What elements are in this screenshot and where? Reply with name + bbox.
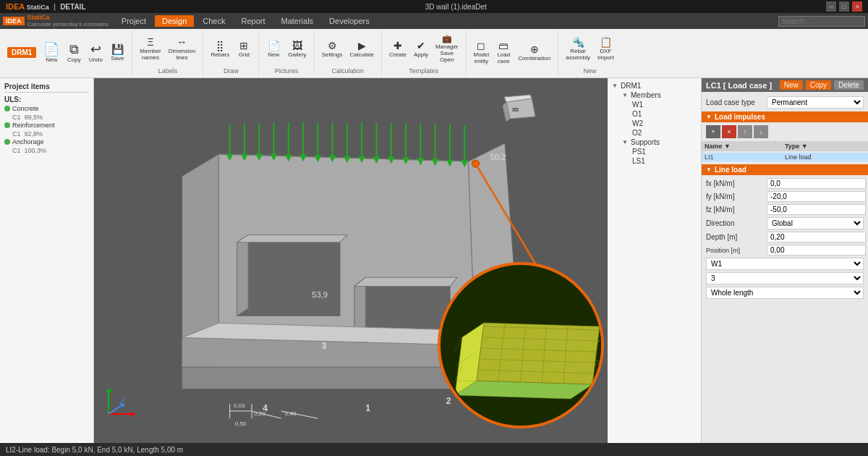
apply-icon: ✔ bbox=[417, 41, 425, 51]
dxf-import-icon: 📋 bbox=[600, 37, 612, 47]
reinforcement-label: Reinforcement bbox=[12, 122, 55, 129]
ribbon-btn-model-entity[interactable]: ◻ Modelentity bbox=[471, 39, 493, 66]
ribbon-btn-rebar-assembly[interactable]: 🔩 Rebarassembly bbox=[563, 35, 593, 62]
ribbon-btn-load-case[interactable]: 🗃 Loadcase bbox=[493, 39, 514, 66]
tree-drm1[interactable]: ▼ DRM1 bbox=[610, 81, 698, 90]
length-select[interactable]: Whole length bbox=[706, 287, 864, 299]
w1-select[interactable]: W1 bbox=[706, 258, 864, 270]
tree-o1-label: O1 bbox=[632, 110, 642, 118]
svg-marker-7 bbox=[237, 235, 347, 242]
impulse-btn-4[interactable]: ↓ bbox=[754, 125, 768, 138]
menu-tab-developers[interactable]: Developers bbox=[322, 15, 377, 27]
window-controls[interactable]: ─ □ ✕ bbox=[826, 1, 862, 12]
ribbon-btn-create[interactable]: ✚ Create bbox=[386, 39, 409, 59]
ribbon-buttons-pictures: 📄 New 🖼 Gallery bbox=[263, 32, 309, 66]
ribbon-btn-rebars[interactable]: ⣿ Rebars bbox=[208, 39, 232, 59]
combination-icon: ⊕ bbox=[530, 44, 539, 54]
impulse-btn-2[interactable]: × bbox=[722, 125, 736, 138]
menu-tab-check[interactable]: Check bbox=[195, 15, 232, 27]
tree-members[interactable]: ▼ Members bbox=[610, 90, 698, 100]
tree-ps1[interactable]: PS1 bbox=[610, 147, 698, 156]
li1-name: LI1 bbox=[705, 153, 785, 161]
tree-o1[interactable]: O1 bbox=[610, 109, 698, 119]
load-case-type-row: Load case type Permanent bbox=[706, 96, 864, 109]
ribbon-btn-manager[interactable]: 💼 ManagerSaveOpen bbox=[433, 33, 461, 64]
fz-input[interactable]: -50,0 bbox=[767, 204, 866, 215]
status-text: LI2-Line load: Begin 5,0 kN, End 5,0 kN,… bbox=[6, 446, 183, 454]
tree-w1[interactable]: W1 bbox=[610, 100, 698, 109]
ribbon-group-draw: ⣿ Rebars ⊞ Grid Draw bbox=[203, 30, 259, 76]
svg-marker-10 bbox=[354, 277, 457, 286]
ribbon-btn-copy-label: Copy bbox=[67, 56, 81, 63]
load-case-type-select[interactable]: Permanent bbox=[767, 96, 864, 109]
load-impulses-table-header: Name ▼ Type ▼ bbox=[702, 141, 868, 151]
ribbon-btn-save[interactable]: 💾 Save bbox=[107, 43, 127, 63]
edge-select[interactable]: 3 bbox=[706, 272, 864, 284]
impulse-btn-1[interactable]: + bbox=[706, 125, 720, 138]
tree-o2[interactable]: O2 bbox=[610, 128, 698, 138]
app-logo-box: IDEA bbox=[3, 17, 25, 25]
ribbon-btn-calculate[interactable]: ▶ Calculate bbox=[347, 39, 377, 59]
fx-input[interactable]: 0,0 bbox=[767, 178, 866, 189]
depth-input[interactable] bbox=[767, 232, 866, 242]
model-entity-icon: ◻ bbox=[477, 41, 485, 51]
ribbon-group-label-labels: Labels bbox=[158, 66, 178, 75]
rebar-assembly-icon: 🔩 bbox=[572, 37, 584, 47]
tree-supports[interactable]: ▼ Supports bbox=[610, 138, 698, 147]
fz-row: fz [kN/m] -50,0 bbox=[706, 204, 864, 215]
copy-icon: ⧉ bbox=[69, 43, 79, 56]
props-copy-button[interactable]: Copy bbox=[806, 80, 831, 90]
menu-tab-project[interactable]: Project bbox=[114, 15, 153, 27]
menu-tab-design[interactable]: Design bbox=[155, 15, 194, 27]
props-delete-button[interactable]: Delete bbox=[834, 80, 864, 90]
ribbon-btn-combination[interactable]: ⊕ Combination bbox=[515, 43, 553, 63]
ribbon-btn-member-names[interactable]: Ξ Membernames bbox=[137, 35, 163, 62]
anchorage-status-dot bbox=[4, 139, 10, 145]
ribbon-btn-gallery[interactable]: 🖼 Gallery bbox=[285, 39, 309, 59]
ribbon-btn-new[interactable]: 📄 New bbox=[41, 41, 62, 64]
ribbon-btn-undo[interactable]: ↩ Undo bbox=[85, 41, 106, 64]
ribbon-btn-settings-label: Settings bbox=[322, 51, 343, 58]
props-new-button[interactable]: New bbox=[780, 80, 803, 90]
ribbon-btn-apply[interactable]: ✔ Apply bbox=[411, 39, 431, 59]
ribbon-btn-dxf-import-label: DXFImport bbox=[597, 48, 614, 61]
ribbon-btn-copy[interactable]: ⧉ Copy bbox=[64, 41, 84, 64]
ribbon-group-pictures: 📄 New 🖼 Gallery Pictures bbox=[259, 30, 314, 76]
impulse-toolbar: + × ↑ ↓ bbox=[706, 125, 864, 138]
close-button[interactable]: ✕ bbox=[852, 1, 862, 12]
position-input[interactable] bbox=[767, 245, 866, 256]
menu-tab-materials[interactable]: Materials bbox=[273, 15, 320, 27]
minimize-button[interactable]: ─ bbox=[826, 1, 836, 12]
ribbon-btn-settings[interactable]: ⚙ Settings bbox=[319, 39, 346, 59]
tree-ls1[interactable]: LS1 bbox=[610, 156, 698, 166]
cube-navigator[interactable]: 3D bbox=[495, 84, 542, 131]
ribbon-btn-dimension-lines[interactable]: ↔ Dimensionlines bbox=[166, 35, 199, 62]
edge-row: 3 bbox=[706, 272, 864, 284]
impulse-btn-3[interactable]: ↑ bbox=[738, 125, 752, 138]
fy-input[interactable]: -20,0 bbox=[767, 191, 866, 202]
tree-w2[interactable]: W2 bbox=[610, 119, 698, 128]
ribbon-group-calculation: ⚙ Settings ▶ Calculate Calculation bbox=[315, 30, 382, 76]
col-name-header: Name ▼ bbox=[705, 143, 785, 150]
ribbon-btn-create-label: Create bbox=[389, 51, 407, 58]
ribbon-btn-grid[interactable]: ⊞ Grid bbox=[234, 39, 254, 59]
direction-select[interactable]: Global bbox=[767, 217, 864, 229]
menu-tab-report[interactable]: Report bbox=[234, 15, 272, 27]
member-names-icon: Ξ bbox=[147, 37, 153, 47]
tree-supports-label: Supports bbox=[631, 138, 660, 146]
load-impulse-row-li1[interactable]: LI1 Line load bbox=[702, 153, 868, 161]
check-concrete: Concrete bbox=[4, 105, 89, 112]
concrete-ref: C1 bbox=[12, 114, 21, 121]
svg-text:0,03: 0,03 bbox=[234, 402, 245, 409]
svg-text:0,20: 0,20 bbox=[254, 410, 265, 417]
ribbon-buttons-labels: Ξ Membernames ↔ Dimensionlines bbox=[137, 32, 198, 66]
maximize-button[interactable]: □ bbox=[839, 1, 849, 12]
ribbon-btn-pictures-new[interactable]: 📄 New bbox=[263, 39, 284, 59]
drm1-dropdown[interactable]: DRM1 bbox=[7, 47, 36, 58]
viewport[interactable]: ⬡ ↺ ⊞ ▣ ▦ 🔲 ⬛ ⌂ bbox=[94, 78, 608, 443]
ribbon-btn-save-label: Save bbox=[111, 55, 124, 62]
create-icon: ✚ bbox=[393, 41, 402, 51]
ribbon-btn-model-entity-label: Modelentity bbox=[474, 51, 490, 64]
ribbon-btn-dxf-import[interactable]: 📋 DXFImport bbox=[595, 35, 617, 62]
search-input[interactable] bbox=[778, 16, 865, 27]
